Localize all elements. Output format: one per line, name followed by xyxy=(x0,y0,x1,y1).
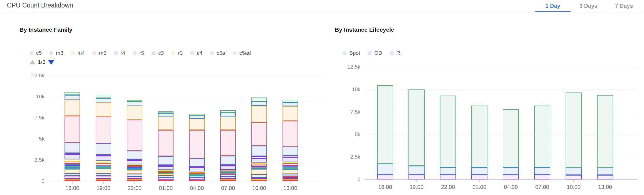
bar-segment-ri[interactable] xyxy=(597,175,613,179)
bar-segment-amber[interactable] xyxy=(189,119,205,130)
legend-item-r4[interactable]: r4 xyxy=(114,50,125,56)
bar-segment-red[interactable] xyxy=(283,163,298,165)
bar-segment-ri[interactable] xyxy=(471,174,487,179)
bar-segment-amber[interactable] xyxy=(251,169,267,174)
legend-item-m5[interactable]: m5 xyxy=(92,50,106,56)
legend-item-c5a[interactable]: c5a xyxy=(210,50,225,56)
bar-segment-green[interactable] xyxy=(220,110,236,112)
bar-segment-red[interactable] xyxy=(127,180,142,181)
bar-segment-amber[interactable] xyxy=(251,106,267,122)
bar-segment-green[interactable] xyxy=(251,98,267,101)
bar-segment-red[interactable] xyxy=(158,180,174,181)
bar-segment-blueviolet[interactable] xyxy=(189,168,205,171)
lifecycle-bar-07:00[interactable] xyxy=(534,106,550,179)
legend-item-m3[interactable]: m3 xyxy=(49,50,63,56)
bar-segment-royalblue[interactable] xyxy=(158,175,174,178)
legend-item-r5[interactable]: r5 xyxy=(133,50,144,56)
bar-segment-blueviolet[interactable] xyxy=(127,160,142,164)
bar-segment-royalblue[interactable] xyxy=(251,174,267,178)
bar-segment-pink[interactable] xyxy=(283,121,298,147)
legend-item-ri[interactable]: RI xyxy=(390,50,402,56)
bar-segment-pink[interactable] xyxy=(96,117,111,143)
bar-segment-amber[interactable] xyxy=(96,169,111,173)
bar-segment-green[interactable] xyxy=(96,95,111,98)
family-bar-10:00[interactable] xyxy=(251,98,267,181)
bar-segment-purple[interactable] xyxy=(65,176,80,179)
lifecycle-bar-16:00[interactable] xyxy=(377,85,393,179)
bar-segment-royalblue[interactable] xyxy=(65,173,80,176)
bar-segment-royalblue[interactable] xyxy=(96,173,111,176)
bar-segment-purple[interactable] xyxy=(189,178,205,180)
bar-segment-blueviolet[interactable] xyxy=(158,166,174,170)
tab-1-day[interactable]: 1 Day xyxy=(535,0,571,12)
bar-segment-blueviolet[interactable] xyxy=(220,166,236,170)
bar-segment-spot[interactable] xyxy=(597,95,613,168)
bar-segment-amber[interactable] xyxy=(283,170,298,174)
legend-item-c5[interactable]: c5 xyxy=(29,50,42,56)
bar-segment-brightblue[interactable] xyxy=(65,95,80,99)
bar-segment-ri[interactable] xyxy=(377,174,393,179)
bar-segment-red[interactable] xyxy=(283,180,298,181)
bar-segment-red[interactable] xyxy=(220,180,236,181)
bar-segment-od[interactable] xyxy=(597,168,613,175)
bar-segment-brightblue[interactable] xyxy=(283,102,298,106)
family-bar-07:00[interactable] xyxy=(220,110,236,181)
bar-segment-amber[interactable] xyxy=(220,116,236,130)
bar-segment-amber[interactable] xyxy=(65,169,80,173)
bar-segment-brightblue[interactable] xyxy=(127,101,142,105)
bar-segment-royalblue[interactable] xyxy=(220,156,236,165)
bar-segment-pink[interactable] xyxy=(158,130,174,156)
bar-segment-red[interactable] xyxy=(65,180,80,181)
bar-segment-brightblue[interactable] xyxy=(158,113,174,116)
family-bar-19:00[interactable] xyxy=(96,95,111,181)
lifecycle-bar-13:00[interactable] xyxy=(597,95,613,179)
bar-segment-spot[interactable] xyxy=(377,85,393,164)
bar-segment-spot[interactable] xyxy=(503,109,519,167)
tab-3-days[interactable]: 3 Days xyxy=(571,0,606,12)
bar-segment-pink[interactable] xyxy=(127,120,142,151)
bar-segment-royalblue[interactable] xyxy=(283,147,298,156)
legend-item-spot[interactable]: Spot xyxy=(343,50,360,56)
bar-segment-spot[interactable] xyxy=(440,96,456,167)
bar-segment-brightblue[interactable] xyxy=(189,116,205,119)
legend-item-c3[interactable]: c3 xyxy=(152,50,164,56)
bar-segment-pink[interactable] xyxy=(65,116,80,142)
lifecycle-bar-22:00[interactable] xyxy=(440,96,456,179)
bar-segment-spot[interactable] xyxy=(471,106,487,167)
family-bar-22:00[interactable] xyxy=(127,100,142,181)
bar-segment-od[interactable] xyxy=(471,167,487,174)
bar-segment-spot[interactable] xyxy=(534,106,550,167)
bar-segment-red[interactable] xyxy=(96,180,111,181)
bar-segment-od[interactable] xyxy=(534,167,550,174)
bar-segment-ri[interactable] xyxy=(408,174,425,179)
lifecycle-bar-01:00[interactable] xyxy=(471,106,487,179)
bar-segment-green[interactable] xyxy=(65,92,80,95)
bar-segment-od[interactable] xyxy=(440,167,456,174)
bar-segment-pink[interactable] xyxy=(220,130,236,156)
bar-segment-yellow[interactable] xyxy=(65,159,80,162)
bar-segment-blueviolet[interactable] xyxy=(251,158,267,162)
family-bar-04:00[interactable] xyxy=(189,114,205,181)
legend-item-od[interactable]: OD xyxy=(368,50,382,56)
bar-segment-royalblue[interactable] xyxy=(127,174,142,176)
bar-segment-ri[interactable] xyxy=(534,174,550,179)
bar-segment-amber[interactable] xyxy=(158,116,174,130)
bar-segment-purple[interactable] xyxy=(220,176,236,179)
bar-segment-royalblue[interactable] xyxy=(127,151,142,159)
bar-segment-od[interactable] xyxy=(503,167,519,174)
family-bar-16:00[interactable] xyxy=(65,92,80,181)
lifecycle-bar-04:00[interactable] xyxy=(503,109,519,179)
bar-segment-royalblue[interactable] xyxy=(158,156,174,165)
bar-segment-pink[interactable] xyxy=(251,122,267,146)
family-bar-13:00[interactable] xyxy=(283,100,298,181)
bar-segment-od[interactable] xyxy=(408,166,425,174)
bar-segment-royalblue[interactable] xyxy=(65,142,80,153)
bar-segment-royalblue[interactable] xyxy=(189,158,205,166)
tab-7-days[interactable]: 7 Days xyxy=(606,0,642,12)
bar-segment-brightblue[interactable] xyxy=(96,98,111,102)
lifecycle-bar-10:00[interactable] xyxy=(566,92,582,179)
bar-segment-brightblue[interactable] xyxy=(251,101,267,106)
bar-segment-ri[interactable] xyxy=(566,175,582,179)
bar-segment-pink[interactable] xyxy=(189,130,205,158)
legend-item-c4[interactable]: c4 xyxy=(190,50,202,56)
